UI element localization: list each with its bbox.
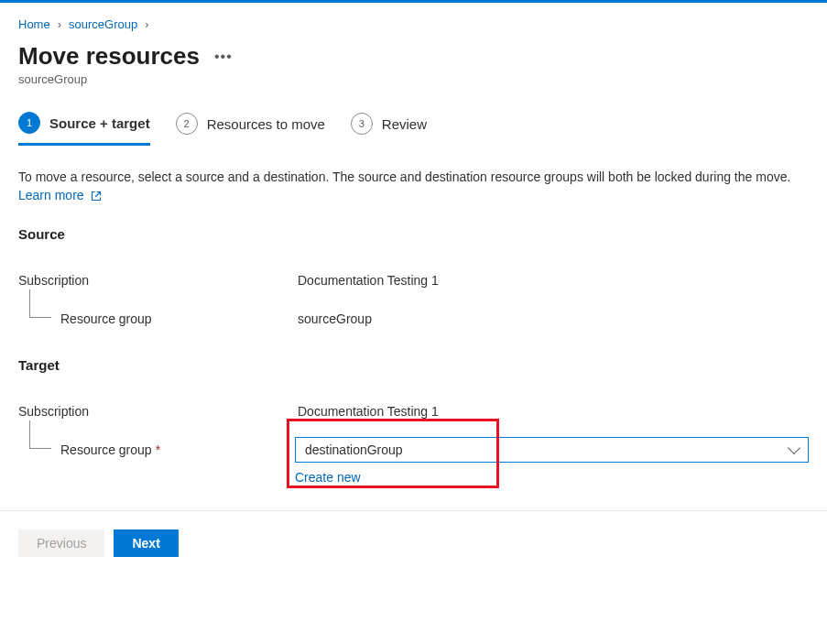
step-number: 2 [176,113,198,135]
step-label: Review [382,116,427,132]
dropdown-value: destinationGroup [305,442,403,457]
instructions-body: To move a resource, select a source and … [18,169,790,184]
step-label: Source + target [49,115,150,131]
target-resource-group-label: Resource group * [18,437,295,463]
source-resource-group-label: Resource group [18,306,298,332]
breadcrumb-separator-icon: › [58,17,61,31]
more-actions-icon[interactable]: ••• [214,49,233,65]
external-link-icon [91,186,102,204]
step-review[interactable]: 3 Review [351,113,427,144]
source-subscription-label: Subscription [18,273,298,288]
target-resource-group-dropdown[interactable]: destinationGroup [295,437,809,463]
page-title: Move resources [18,42,200,71]
step-number: 3 [351,113,373,135]
step-source-target[interactable]: 1 Source + target [18,112,150,146]
previous-button[interactable]: Previous [18,529,104,557]
target-heading: Target [18,357,809,373]
source-subscription-value: Documentation Testing 1 [298,273,439,288]
create-new-link[interactable]: Create new [295,470,361,485]
instructions-text: To move a resource, select a source and … [18,168,809,204]
learn-more-label: Learn more [18,188,84,202]
next-button[interactable]: Next [114,529,178,557]
step-number: 1 [18,112,40,134]
breadcrumb-item[interactable]: sourceGroup [69,17,137,31]
footer: Previous Next [0,511,827,575]
source-rg-label-text: Resource group [60,311,152,326]
target-subscription-label: Subscription [18,404,298,419]
breadcrumb-separator-icon: › [145,17,148,31]
source-heading: Source [18,226,809,242]
required-indicator: * [156,442,160,457]
breadcrumb-home[interactable]: Home [18,17,50,31]
target-rg-label-text: Resource group [60,442,152,457]
target-subscription-value: Documentation Testing 1 [298,404,439,419]
breadcrumb: Home › sourceGroup › [18,17,809,31]
tree-connector-icon [18,437,55,463]
source-resource-group-value: sourceGroup [298,311,372,326]
step-label: Resources to move [207,116,325,132]
page-subtitle: sourceGroup [18,72,809,86]
learn-more-link[interactable]: Learn more [18,188,102,202]
chevron-down-icon [788,441,800,453]
wizard-steps: 1 Source + target 2 Resources to move 3 … [18,112,809,146]
step-resources-to-move[interactable]: 2 Resources to move [176,113,325,144]
tree-connector-icon [18,306,55,332]
